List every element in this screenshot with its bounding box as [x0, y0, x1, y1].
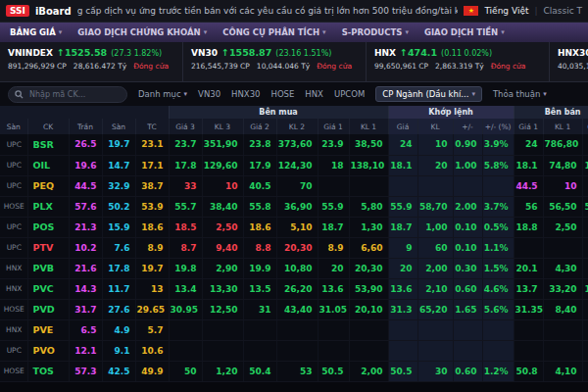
table-row[interactable]: HNXPVB21.617.819.719.82,9019.910,802020,… — [0, 258, 588, 278]
cell-s1v: 786,80 — [543, 134, 582, 155]
cell-ck[interactable]: TOS — [27, 361, 69, 381]
cell-ck[interactable]: PLX — [27, 196, 69, 217]
cell-s2p — [582, 217, 588, 237]
cell-mp: 55.9 — [388, 196, 417, 217]
cell-tran: 26.5 — [69, 134, 102, 155]
column-header-mv: KL — [417, 119, 453, 134]
tab-cp-nganh-active[interactable]: CP Ngành (Dầu khí...▾ — [375, 86, 482, 102]
index-block[interactable]: VN30↑1558.87(23.16 1.51%)216,545,739 CP1… — [183, 42, 367, 81]
table-head: Bên muaKhớp lệnhBên bán SànCKTrầnSànTCGi… — [0, 106, 588, 134]
table-row[interactable]: UPCPTV10.27.68.98.79,408.820,308.96,6096… — [0, 237, 588, 258]
cell-s2p — [582, 299, 588, 319]
index-name: VNINDEX — [8, 48, 53, 58]
column-header-chg: +/- — [453, 119, 482, 134]
cell-s1p — [514, 340, 543, 361]
group-header-row: Bên muaKhớp lệnhBên bán — [0, 106, 588, 119]
cell-mv: 10 — [417, 134, 453, 155]
index-volume: 216,545,739 CP — [191, 62, 250, 71]
chevron-down-icon: ▾ — [501, 28, 505, 36]
cell-b2v: 5,10 — [276, 217, 318, 237]
index-line2: 891,296,929 CP28,616.472 TỷĐóng cửa — [8, 62, 174, 71]
price-table: Bên muaKhớp lệnhBên bán SànCKTrầnSànTCGi… — [0, 106, 588, 382]
table-row[interactable]: UPCPEQ44.532.938.7331040.57044.510 — [0, 175, 588, 196]
cell-ck[interactable]: BSR — [27, 134, 69, 155]
divider: | — [534, 6, 537, 16]
menu-item-label: BẢNG GIÁ — [10, 27, 56, 37]
chevron-down-icon: ▾ — [405, 28, 409, 36]
menu-item[interactable]: GIAO DỊCH TIỀN▾ — [424, 27, 505, 37]
cell-ck[interactable]: PVE — [27, 319, 69, 340]
cell-chg — [453, 340, 482, 361]
column-header-row: SànCKTrầnSànTCGiá 3KL 3Giá 2KL 2Giá 1KL … — [0, 119, 588, 134]
menu-item[interactable]: S-PRODUCTS▾ — [342, 27, 409, 37]
cell-b2p: 8.8 — [243, 237, 276, 258]
index-block[interactable]: VNINDEX↑1525.58(27.3 1.82%)891,296,929 C… — [0, 42, 183, 81]
table-row[interactable]: HNXPVE6.54.95.7 — [0, 319, 588, 340]
table-row[interactable]: HOSEPVD31.727.629.6530.9512,503143,4031.… — [0, 299, 588, 319]
table-row[interactable]: HOSEPLX57.650.253.955.738,4055.836,9055.… — [0, 196, 588, 217]
cell-ck[interactable]: POS — [27, 217, 69, 237]
index-block[interactable]: HNX↑474.1(0.11 0.02%)99,650,961 CP2,863.… — [367, 42, 550, 81]
table-row[interactable]: HNXPVC14.311.71313.413,3013.526,2013.653… — [0, 278, 588, 299]
tab-hnx30[interactable]: HNX30 — [231, 89, 260, 99]
cell-ck[interactable]: PVC — [27, 278, 69, 299]
cell-tran: 57.6 — [69, 196, 102, 217]
menu-item[interactable]: BẢNG GIÁ▾ — [10, 27, 62, 37]
group-header-m: Khớp lệnh — [388, 106, 514, 119]
cell-b1p — [318, 340, 349, 361]
cell-tran: 14.3 — [69, 278, 102, 299]
table-row[interactable]: UPCPOS21.315.918.618.52,5018.65,1018.71,… — [0, 217, 588, 237]
tab-vn30[interactable]: VN30 — [198, 89, 220, 99]
cell-ck[interactable]: PEQ — [27, 175, 69, 196]
cell-floor: 14.7 — [102, 155, 135, 175]
cell-ck[interactable]: PTV — [27, 237, 69, 258]
column-header-san: Sàn — [0, 119, 27, 134]
cell-ck[interactable]: PVD — [27, 299, 69, 319]
cell-san: UPC — [0, 340, 27, 361]
cell-b2p: 40.5 — [243, 175, 276, 196]
language-selector[interactable]: Tiếng Việt — [484, 6, 528, 16]
tab-bar: Danh mục▾ VN30HNX30HOSEHNXUPCOM CP Ngành… — [0, 82, 588, 106]
column-header-floor: Sàn — [102, 119, 135, 134]
cell-san: UPC — [0, 175, 27, 196]
chevron-down-icon: ▾ — [204, 28, 208, 36]
cell-ck[interactable]: PVO — [27, 340, 69, 361]
theme-selector[interactable]: Classic T — [544, 6, 583, 16]
cell-s2p: 24 — [582, 134, 588, 155]
watchlist-dropdown[interactable]: Danh mục▾ — [138, 89, 187, 99]
cell-b1p: 23.9 — [318, 134, 349, 155]
search-box[interactable] — [8, 86, 127, 103]
tab-upcom[interactable]: UPCOM — [334, 89, 365, 99]
cell-b1p: 20 — [318, 258, 349, 278]
deal-dropdown[interactable]: Thỏa thuận▾ — [493, 89, 547, 99]
table-row[interactable]: UPCBSR26.519.723.123.7351,9023.8373,6023… — [0, 134, 588, 155]
menu-item[interactable]: CÔNG CỤ PHÂN TÍCH▾ — [222, 27, 325, 37]
tab-hnx[interactable]: HNX — [305, 89, 323, 99]
cell-tran: 21.3 — [69, 217, 102, 237]
search-input[interactable] — [27, 89, 110, 100]
cell-mv: 1,00 — [417, 217, 453, 237]
table-row[interactable]: UPCOIL19.614.717.117.8129,6017.9124,3018… — [0, 155, 588, 175]
cell-chgpct: 0.5% — [482, 217, 514, 237]
cell-ck[interactable]: PVB — [27, 258, 69, 278]
table-row[interactable]: UPCPVO12.19.110.6 — [0, 340, 588, 361]
cell-tran: 21.6 — [69, 258, 102, 278]
table-row[interactable]: HOSETOS57.342.549.9501,2050.45350.52,005… — [0, 361, 588, 381]
index-change: (27.3 1.82%) — [111, 49, 162, 58]
cell-b2v — [276, 340, 318, 361]
cell-mv: 65,20 — [417, 299, 453, 319]
cell-san: UPC — [0, 237, 27, 258]
cell-b2v: 373,60 — [276, 134, 318, 155]
cell-b2v: 36,90 — [276, 196, 318, 217]
tab-hose[interactable]: HOSE — [270, 89, 294, 99]
cell-b1v: 2,00 — [349, 361, 388, 381]
search-icon — [15, 90, 24, 99]
menu-item[interactable]: GIAO DỊCH CHỨNG KHOÁN▾ — [77, 27, 207, 37]
cell-ck[interactable]: OIL — [27, 155, 69, 175]
cell-tc: 19.7 — [135, 258, 169, 278]
cell-tc: 18.6 — [135, 217, 169, 237]
column-header-s2p: Giá 2 — [582, 119, 588, 134]
cell-b3p — [169, 340, 202, 361]
index-block[interactable]: HNX30↑817.8(14.3 1.78%)40,035,100 CP1,68… — [550, 42, 588, 81]
cell-b3p: 23.7 — [169, 134, 202, 155]
